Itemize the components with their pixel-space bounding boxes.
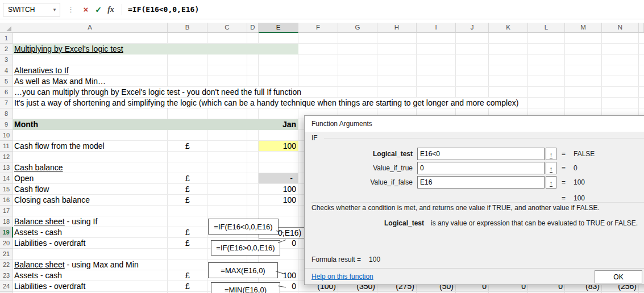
row-header[interactable]: 5 [0, 76, 13, 87]
cell-a22[interactable]: Balance sheet - using Max and Min [13, 259, 169, 270]
name-box[interactable]: SWITCH ▾ [3, 3, 60, 16]
collapse-dialog-button[interactable]: ↑ [546, 176, 556, 189]
row-header[interactable]: 22 [0, 259, 13, 270]
collapse-dialog-button[interactable]: ↑ [546, 148, 556, 160]
column-header-l[interactable]: L [528, 23, 565, 33]
cell-b20[interactable]: £ [168, 238, 207, 248]
cell-e15[interactable]: 100 [259, 184, 298, 194]
cancel-button[interactable]: × [80, 3, 92, 16]
formula-callout-if-assets[interactable]: =IF(E16<0,0,E16) [208, 219, 279, 235]
row-header[interactable]: 13 [0, 162, 13, 173]
row-header[interactable]: 14 [0, 173, 13, 184]
row-header[interactable]: 4 [0, 65, 13, 76]
equals-sign: = [562, 164, 566, 172]
cell-a5[interactable]: As well as Max and Min… [13, 76, 169, 86]
cell-a4[interactable]: Altenatives to If [13, 65, 169, 76]
cell-a13[interactable]: Cash balance [13, 162, 169, 173]
logical-test-input[interactable] [417, 148, 545, 160]
cell-a6[interactable]: …you can multiply through by Excel's log… [13, 87, 169, 97]
cell-a2[interactable]: Multiplying by Excel's logic test [13, 44, 169, 54]
cell-a11[interactable]: Cash flow from the model [13, 141, 169, 151]
select-all-button[interactable] [0, 23, 13, 33]
cell-a19[interactable]: Assets - cash [13, 227, 169, 237]
row-header[interactable]: 24 [0, 281, 13, 292]
cell-edit-text: 0,E16) [278, 228, 301, 237]
formula-callout-min[interactable]: =MIN(E16,0) [211, 282, 280, 293]
row-header[interactable]: 9 [0, 119, 13, 130]
cell-e16[interactable]: 100 [259, 195, 298, 205]
row-header[interactable]: 16 [0, 195, 13, 206]
cell-a24[interactable]: Liabilities - overdraft [13, 281, 169, 291]
column-header-k[interactable]: K [489, 23, 528, 33]
row-header[interactable]: 2 [0, 44, 13, 55]
cell-a15[interactable]: Cash flow [13, 184, 169, 194]
row-header[interactable]: 7 [0, 98, 13, 108]
cell-text: …you can multiply through by Excel's log… [14, 87, 304, 97]
enter-button[interactable]: ✓ [92, 3, 105, 16]
row-header[interactable]: 10 [0, 130, 13, 141]
cell-a20[interactable]: Liabilities - overdraft [13, 238, 169, 248]
cell-text: Cash balance [14, 163, 63, 172]
dialog-title: Function Arguments [305, 116, 644, 132]
cell-a23[interactable]: Assets - cash [13, 270, 169, 281]
column-header-e-selected[interactable]: E [259, 23, 298, 33]
column-header-j[interactable]: J [456, 23, 489, 33]
row-header[interactable]: 3 [0, 55, 13, 65]
row-header[interactable]: 21 [0, 249, 13, 259]
value-if-false-input[interactable] [417, 176, 545, 189]
row-header[interactable]: 18 [0, 216, 13, 227]
cell-text: - using Max and Min [65, 260, 139, 269]
cell-b23[interactable]: £ [168, 270, 207, 281]
cell-a16[interactable]: Closing cash balance [13, 195, 169, 205]
cell-a18[interactable]: Balance sheet - using If [13, 216, 169, 227]
column-header-c[interactable]: C [207, 23, 247, 33]
row-header[interactable]: 1 [0, 33, 13, 44]
cell-text: Altenatives to If [14, 66, 69, 75]
arg-result: 0 [574, 164, 577, 172]
collapse-icon: ↑ [550, 165, 553, 173]
cell-b15[interactable]: £ [168, 184, 207, 194]
row-header[interactable]: 20 [0, 238, 13, 249]
value-if-true-input[interactable] [417, 162, 545, 174]
column-header-m[interactable]: M [565, 23, 602, 33]
argument-row: Value_if_true ↑ =0 [305, 162, 644, 174]
row-header[interactable]: 6 [0, 87, 13, 98]
row-header[interactable]: 12 [0, 152, 13, 162]
chevron-down-icon[interactable]: ▾ [49, 7, 60, 12]
ok-button[interactable]: OK [595, 270, 642, 283]
name-box-value: SWITCH [3, 6, 49, 14]
cell-b24[interactable]: £ [168, 281, 207, 291]
row-header[interactable]: 23 [0, 270, 13, 281]
formula-callout-max[interactable]: =MAX(E16,0) [208, 262, 278, 278]
cell-a7[interactable]: It's just a way of shortening and simpli… [13, 98, 169, 108]
callout-text: =IF(E16>0,0,E16) [216, 244, 275, 252]
cell-e11[interactable]: 100 [259, 141, 298, 151]
column-header-d[interactable]: D [247, 23, 259, 33]
row-header-selected[interactable]: 19 [0, 227, 13, 238]
column-header-a[interactable]: A [13, 23, 168, 33]
insert-function-button[interactable]: fx [105, 3, 117, 16]
column-header-n[interactable]: N [602, 23, 639, 33]
row-header[interactable]: 15 [0, 184, 13, 195]
cell-e9[interactable]: Jan [259, 119, 298, 129]
help-link[interactable]: Help on this function [311, 273, 373, 281]
cell-b14[interactable]: £ [168, 173, 207, 183]
column-header-g[interactable]: G [338, 23, 377, 33]
row-header[interactable]: 11 [0, 141, 13, 152]
cell-a14[interactable]: Open [13, 173, 169, 183]
cell-e14[interactable]: - [259, 173, 298, 183]
row-header[interactable]: 17 [0, 206, 13, 216]
cell-a9[interactable]: Month [13, 119, 169, 129]
collapse-dialog-button[interactable]: ↑ [546, 162, 556, 174]
column-header-i[interactable]: I [417, 23, 456, 33]
argument-row: Logical_test ↑ =FALSE [305, 148, 644, 160]
formula-callout-if-liabilities[interactable]: =IF(E16>0,0,E16) [211, 240, 280, 256]
cell-b16[interactable]: £ [168, 195, 207, 205]
cell-b11[interactable]: £ [168, 141, 207, 151]
column-header-f[interactable]: F [298, 23, 338, 33]
row-header[interactable]: 8 [0, 108, 13, 119]
formula-input[interactable] [127, 2, 644, 17]
column-header-h[interactable]: H [377, 23, 417, 33]
column-header-b[interactable]: B [168, 23, 207, 33]
cell-b19[interactable]: £ [168, 227, 207, 237]
